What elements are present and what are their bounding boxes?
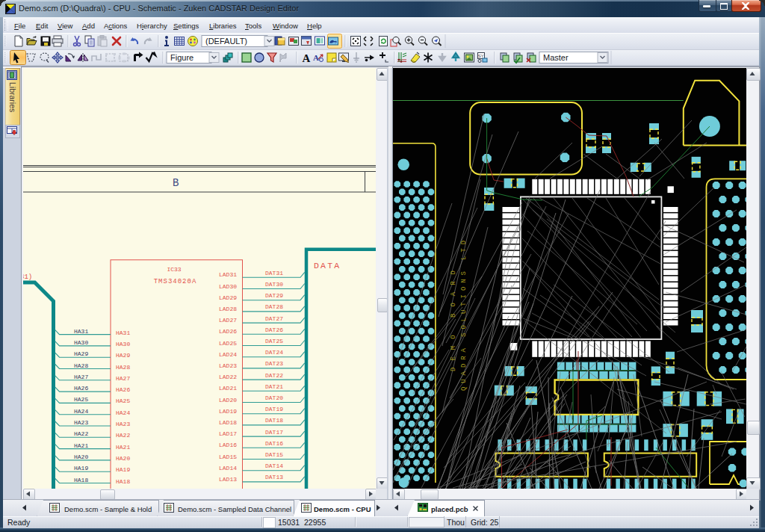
- svg-text:HA31: HA31: [116, 330, 130, 336]
- svg-text:IC33: IC33: [167, 266, 181, 273]
- svg-text:HA22: HA22: [116, 432, 130, 439]
- svg-text:DATA: DATA: [314, 261, 341, 270]
- svg-text:QUADRA SOLUTIONS LTD: QUADRA SOLUTIONS LTD: [460, 237, 468, 391]
- svg-text:HA20: HA20: [116, 455, 130, 462]
- svg-text:DAT25: DAT25: [265, 338, 283, 344]
- svg-text:HA20: HA20: [74, 454, 88, 460]
- svg-text:DAT19: DAT19: [265, 406, 283, 412]
- svg-text:LAD18: LAD18: [219, 419, 237, 426]
- svg-text:HA23: HA23: [74, 419, 88, 426]
- svg-text:B: B: [173, 177, 179, 189]
- svg-text:LAD28: LAD28: [219, 306, 237, 312]
- svg-text:DAT24: DAT24: [265, 349, 283, 356]
- svg-text:HA27: HA27: [116, 375, 130, 382]
- svg-text:Figure: Figure: [170, 53, 193, 62]
- svg-text:(DEFAULT): (DEFAULT): [205, 37, 247, 46]
- svg-text:DAT23: DAT23: [265, 360, 283, 367]
- svg-text:DAT18: DAT18: [265, 417, 283, 424]
- svg-text:DAT26: DAT26: [265, 327, 283, 333]
- svg-text:A: A: [303, 52, 311, 64]
- svg-text:LAD21: LAD21: [219, 385, 237, 392]
- svg-text:DAT13: DAT13: [265, 474, 283, 480]
- svg-text:HA29: HA29: [116, 352, 130, 359]
- svg-text:DAT28: DAT28: [265, 303, 283, 310]
- svg-text:HA30: HA30: [74, 339, 88, 346]
- svg-text:31): 31): [23, 273, 32, 281]
- svg-text:LAD30: LAD30: [219, 283, 237, 290]
- svg-text:HA19: HA19: [116, 466, 130, 473]
- svg-text:HA19: HA19: [74, 465, 88, 471]
- svg-text:LAD27: LAD27: [219, 317, 237, 324]
- svg-text:HA21: HA21: [74, 442, 88, 449]
- svg-text:DAT20: DAT20: [265, 395, 283, 401]
- svg-text:TMS34020A: TMS34020A: [154, 278, 197, 285]
- svg-text:HA30: HA30: [116, 341, 130, 347]
- svg-text:HA29: HA29: [74, 350, 88, 357]
- svg-text:LAD23: LAD23: [219, 362, 237, 369]
- svg-text:LAD14: LAD14: [219, 465, 237, 471]
- svg-text:Master: Master: [543, 53, 569, 62]
- svg-text:HA23: HA23: [116, 421, 130, 427]
- svg-text:HA26: HA26: [74, 385, 88, 392]
- svg-text:LAD24: LAD24: [219, 351, 237, 358]
- svg-text:LAD26: LAD26: [219, 328, 237, 335]
- svg-text:LAD20: LAD20: [219, 397, 237, 403]
- svg-text:DEMO BOARD: DEMO BOARD: [450, 264, 457, 371]
- svg-text:LAD17: LAD17: [219, 430, 237, 437]
- svg-text:HA18: HA18: [116, 478, 130, 485]
- svg-text:HA18: HA18: [74, 477, 88, 483]
- svg-text:HA25: HA25: [116, 398, 130, 404]
- svg-text:SY: SY: [478, 54, 484, 58]
- svg-text:HA24: HA24: [116, 409, 130, 416]
- svg-text:LAD22: LAD22: [219, 374, 237, 380]
- svg-text:LAD13: LAD13: [219, 476, 237, 483]
- svg-text:HA25: HA25: [74, 396, 88, 403]
- svg-text:DAT15: DAT15: [265, 451, 283, 458]
- svg-text:DAT27: DAT27: [265, 315, 283, 322]
- svg-text:LAD15: LAD15: [219, 454, 237, 460]
- svg-text:HA28: HA28: [116, 364, 130, 371]
- svg-text:DAT29: DAT29: [265, 292, 283, 299]
- svg-text:LAD31: LAD31: [219, 271, 237, 278]
- svg-text:DAT22: DAT22: [265, 372, 283, 379]
- svg-text:DAT31: DAT31: [265, 270, 283, 276]
- svg-text:DAT14: DAT14: [265, 463, 283, 469]
- svg-text:DAT17: DAT17: [265, 429, 283, 436]
- svg-text:HA24: HA24: [74, 408, 88, 415]
- svg-text:HA28: HA28: [74, 362, 88, 369]
- svg-text:LAD16: LAD16: [219, 442, 237, 448]
- svg-text:DAT21: DAT21: [265, 383, 283, 390]
- svg-text:HA31: HA31: [74, 328, 88, 335]
- svg-text:HA27: HA27: [74, 374, 88, 380]
- svg-text:HA22: HA22: [74, 430, 88, 437]
- svg-text:HA26: HA26: [116, 386, 130, 393]
- svg-text:DAT16: DAT16: [265, 440, 283, 447]
- svg-text:LAD25: LAD25: [219, 340, 237, 347]
- svg-text:LAD19: LAD19: [219, 408, 237, 415]
- svg-text:HA21: HA21: [116, 444, 130, 451]
- svg-text:DAT30: DAT30: [265, 281, 283, 288]
- svg-text:A: A: [313, 53, 319, 62]
- svg-text:LAD29: LAD29: [219, 294, 237, 301]
